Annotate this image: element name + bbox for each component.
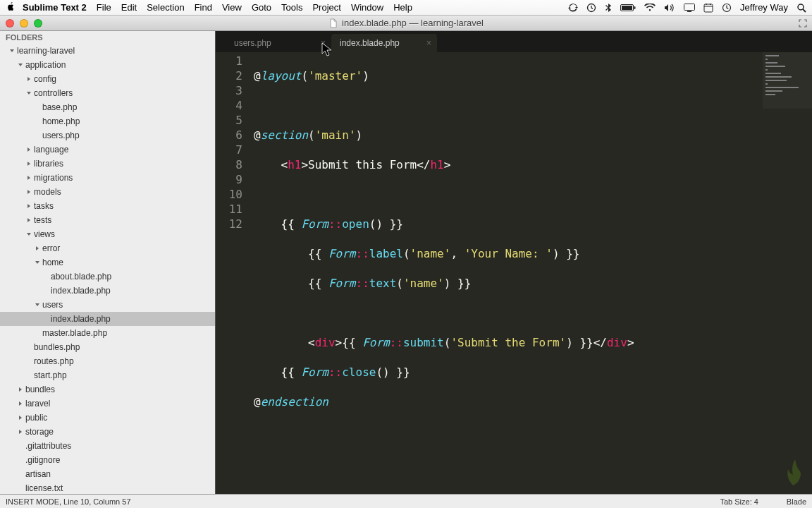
- code-area[interactable]: @layout('master') @section('main') <h1>S…: [251, 52, 812, 494]
- tree-row[interactable]: home: [0, 255, 215, 270]
- disclosure-down-icon[interactable]: [34, 301, 41, 308]
- tree-row[interactable]: home.php: [0, 114, 215, 128]
- menu-view[interactable]: View: [222, 2, 242, 13]
- battery-icon[interactable]: [620, 4, 636, 12]
- disclosure-down-icon[interactable]: [25, 90, 32, 97]
- disclosure-right-icon[interactable]: [17, 400, 24, 407]
- tree-row[interactable]: bundles.php: [0, 340, 215, 354]
- window-titlebar: index.blade.php — learning-laravel: [0, 16, 812, 31]
- line-number: 1: [216, 54, 242, 68]
- disclosure-right-icon[interactable]: [25, 160, 32, 167]
- disclosure-right-icon[interactable]: [25, 188, 32, 195]
- apple-logo-icon[interactable]: [6, 1, 16, 13]
- menu-help[interactable]: Help: [393, 2, 412, 13]
- disclosure-right-icon[interactable]: [17, 428, 24, 435]
- tree-row[interactable]: about.blade.php: [0, 270, 215, 284]
- disclosure-right-icon[interactable]: [25, 75, 32, 83]
- disclosure-down-icon[interactable]: [8, 47, 16, 54]
- tree-row[interactable]: routes.php: [0, 354, 215, 368]
- line-number: 11: [216, 202, 242, 217]
- status-tab-size[interactable]: Tab Size: 4: [720, 497, 758, 506]
- disclosure-down-icon[interactable]: [25, 231, 32, 238]
- tab-bar: users.php × index.blade.php ×: [216, 31, 812, 52]
- tree-row[interactable]: language: [0, 143, 215, 157]
- folder-tree[interactable]: learning-laravelapplicationconfigcontrol…: [0, 44, 215, 494]
- minimap[interactable]: [763, 52, 812, 109]
- tree-row[interactable]: error: [0, 241, 215, 255]
- bluetooth-icon[interactable]: [605, 3, 612, 13]
- disclosure-right-icon[interactable]: [25, 174, 32, 181]
- tree-row[interactable]: public: [0, 411, 215, 425]
- editor-body[interactable]: 123456789101112 @layout('master') @secti…: [216, 52, 812, 494]
- tree-row[interactable]: storage: [0, 425, 215, 439]
- tree-row[interactable]: views: [0, 227, 215, 241]
- menu-selection[interactable]: Selection: [147, 2, 184, 13]
- menu-tools[interactable]: Tools: [281, 2, 302, 13]
- tab-close-icon[interactable]: ×: [321, 39, 326, 47]
- menu-window[interactable]: Window: [351, 2, 383, 13]
- tree-row[interactable]: .gitattributes: [0, 439, 215, 453]
- tree-row[interactable]: license.txt: [0, 481, 215, 494]
- fullscreen-button[interactable]: [798, 18, 808, 28]
- disclosure-none: [17, 471, 24, 478]
- menu-edit[interactable]: Edit: [121, 2, 137, 13]
- tree-label: tasks: [34, 201, 54, 211]
- menu-goto[interactable]: Goto: [252, 2, 271, 13]
- disclosure-right-icon[interactable]: [25, 202, 32, 210]
- tree-row[interactable]: users.php: [0, 128, 215, 143]
- tree-row[interactable]: .gitignore: [0, 453, 215, 467]
- calendar-icon[interactable]: [703, 3, 713, 13]
- tab-close-icon[interactable]: ×: [426, 39, 431, 47]
- close-window-button[interactable]: [6, 19, 14, 28]
- tree-row[interactable]: tasks: [0, 199, 215, 213]
- tree-row[interactable]: index.blade.php: [0, 284, 215, 298]
- tree-row[interactable]: start.php: [0, 368, 215, 382]
- tab-users-php[interactable]: users.php ×: [226, 34, 331, 52]
- menu-file[interactable]: File: [97, 2, 111, 13]
- spotlight-icon[interactable]: [796, 3, 806, 13]
- volume-icon[interactable]: [664, 3, 675, 13]
- disclosure-none: [17, 456, 24, 464]
- zoom-window-button[interactable]: [34, 19, 42, 28]
- tree-row[interactable]: migrations: [0, 171, 215, 185]
- clock-icon[interactable]: [722, 3, 732, 13]
- line-number: 10: [216, 187, 242, 202]
- disclosure-right-icon[interactable]: [25, 146, 32, 153]
- document-icon: [328, 18, 338, 28]
- tree-row[interactable]: users: [0, 298, 215, 312]
- timemachine-icon[interactable]: [586, 3, 596, 13]
- tree-row[interactable]: artisan: [0, 467, 215, 481]
- tree-row[interactable]: controllers: [0, 86, 215, 100]
- tree-row[interactable]: learning-laravel: [0, 44, 215, 58]
- tree-row[interactable]: bundles: [0, 382, 215, 397]
- tree-row[interactable]: libraries: [0, 157, 215, 171]
- svg-rect-3: [634, 6, 636, 9]
- tree-row[interactable]: config: [0, 72, 215, 86]
- tree-row[interactable]: master.blade.php: [0, 326, 215, 340]
- disclosure-right-icon[interactable]: [17, 414, 24, 421]
- app-name[interactable]: Sublime Text 2: [23, 2, 87, 13]
- disclosure-down-icon[interactable]: [17, 61, 24, 68]
- wifi-icon[interactable]: [644, 4, 656, 12]
- tree-row[interactable]: tests: [0, 213, 215, 227]
- tree-label: learning-laravel: [17, 46, 75, 56]
- disclosure-none: [17, 442, 24, 449]
- menubar-user[interactable]: Jeffrey Way: [740, 2, 788, 13]
- tree-row[interactable]: laravel: [0, 397, 215, 411]
- disclosure-right-icon[interactable]: [25, 217, 32, 224]
- sync-icon[interactable]: [568, 3, 578, 13]
- menu-project[interactable]: Project: [312, 2, 340, 13]
- tree-row[interactable]: index.blade.php: [0, 312, 215, 326]
- disclosure-right-icon[interactable]: [34, 245, 41, 252]
- tab-index-blade-php[interactable]: index.blade.php ×: [331, 34, 437, 52]
- tree-row[interactable]: models: [0, 185, 215, 199]
- tree-row[interactable]: base.php: [0, 100, 215, 114]
- screen-icon[interactable]: [684, 4, 695, 12]
- tree-label: index.blade.php: [51, 314, 111, 324]
- minimize-window-button[interactable]: [20, 19, 28, 28]
- disclosure-down-icon[interactable]: [34, 259, 41, 266]
- tree-row[interactable]: application: [0, 58, 215, 72]
- disclosure-right-icon[interactable]: [17, 386, 24, 393]
- menu-find[interactable]: Find: [195, 2, 212, 13]
- status-syntax[interactable]: Blade: [787, 497, 806, 506]
